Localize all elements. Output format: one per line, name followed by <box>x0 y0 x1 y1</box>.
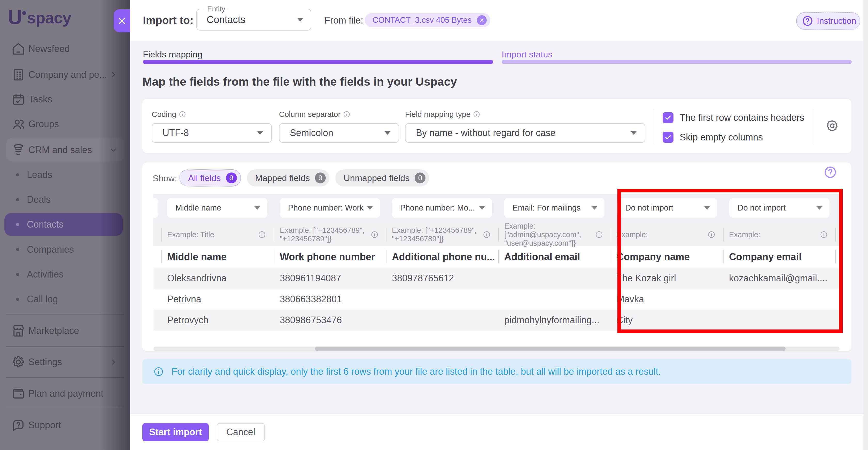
table-cell: 380961194087 <box>280 268 341 289</box>
help-icon[interactable] <box>824 166 837 179</box>
tab-fields-mapping[interactable]: Fields mapping <box>143 49 203 59</box>
file-chip[interactable]: CONTACT_3.csv 405 Bytes <box>365 13 490 27</box>
filter-chip-mapped-fields[interactable]: Mapped fields 9 <box>247 169 330 187</box>
skip-empty-columns-checkbox[interactable]: Skip empty columns <box>663 132 763 143</box>
table-cell: The Kozak girl <box>617 268 676 289</box>
chip-count-badge: 0 <box>414 172 426 184</box>
bullet-icon <box>16 273 19 276</box>
column-header: Company email <box>729 246 802 268</box>
sidebar-item-label: Companies <box>27 244 74 255</box>
chevron-down-icon <box>297 18 303 22</box>
instruction-button[interactable]: Instruction <box>796 12 860 30</box>
sidebar-item-label: Leads <box>27 169 52 180</box>
column-field-select[interactable]: Do not import <box>617 198 717 218</box>
page-scrollbar-gutter[interactable] <box>863 0 868 450</box>
column-field-select[interactable]: Phone number: Work <box>280 198 380 218</box>
column-divider <box>274 250 274 263</box>
column-field-select[interactable]: Email: For mailings <box>504 198 604 218</box>
bullet-icon <box>16 223 19 226</box>
example-cell: Example: ["admin@uspacy.com", "user@uspa… <box>504 223 584 246</box>
close-icon <box>117 16 127 26</box>
info-banner: For clarity and quick display, only the … <box>142 359 851 384</box>
column-select-partial <box>153 198 158 218</box>
info-icon <box>153 366 164 377</box>
column-field-select[interactable]: Phone number: Mo... <box>392 198 492 218</box>
info-icon <box>473 111 480 118</box>
entity-select[interactable]: Entity Contacts <box>196 9 311 30</box>
sidebar-item-label: Activities <box>27 269 64 280</box>
sidebar-item-label: CRM and sales <box>28 145 92 156</box>
uspacy-logo[interactable]: U spacy <box>8 6 71 26</box>
sidebar: U spacy Newsfeed Company and pe... Tasks… <box>0 0 130 450</box>
logo-letter: U <box>8 8 22 26</box>
field-mapping-type-select[interactable]: By name - without regard for case <box>405 123 645 143</box>
sidebar-item-label: Deals <box>27 194 51 205</box>
chip-label: Mapped fields <box>255 173 310 183</box>
column-separator-select-value: Semicolon <box>290 123 333 142</box>
import-settings-gear-icon[interactable] <box>826 119 839 132</box>
column-divider <box>274 228 274 242</box>
column-field-select[interactable]: Do not import <box>729 198 830 218</box>
checkbox-label: The first row contains headers <box>680 112 804 123</box>
column-divider <box>835 250 836 263</box>
sidebar-item-label: Company and pe... <box>28 69 107 80</box>
table-cell: 380978765612 <box>392 268 454 289</box>
section-heading: Map the fields from the file with the fi… <box>142 75 457 88</box>
column-divider <box>498 250 499 263</box>
horizontal-scrollbar-thumb[interactable] <box>315 346 785 351</box>
cancel-button[interactable]: Cancel <box>217 423 265 441</box>
remove-file-button[interactable] <box>477 15 487 25</box>
info-icon <box>179 111 186 118</box>
crm-funnel-icon <box>11 143 25 157</box>
sidebar-item-label: Groups <box>28 119 59 130</box>
chevron-down-icon <box>385 131 390 135</box>
wallet-icon <box>11 387 25 401</box>
column-divider <box>835 228 836 242</box>
coding-label: Coding <box>152 110 186 119</box>
column-divider <box>386 250 386 263</box>
checkbox-checked-icon <box>663 132 674 143</box>
chip-label: Unmapped fields <box>344 173 409 183</box>
help-bubble-icon <box>11 418 25 432</box>
column-divider <box>611 250 611 263</box>
column-field-select[interactable]: Middle name <box>167 198 268 218</box>
example-cell: Example: <box>617 223 703 246</box>
filter-chip-all-fields[interactable]: All fields 9 <box>179 169 241 187</box>
info-icon <box>258 231 266 238</box>
table-cell: kozachkamail@gmail.... <box>729 268 828 289</box>
show-label: Show: <box>153 173 177 184</box>
import-modal: Import to: Entity Contacts From file: CO… <box>130 0 868 450</box>
column-header: Company name <box>617 246 690 268</box>
column-divider <box>498 228 499 242</box>
column-divider <box>161 250 162 263</box>
chip-count-badge: 9 <box>315 172 326 184</box>
logo-text: spacy <box>27 9 71 26</box>
first-row-headers-checkbox[interactable]: The first row contains headers <box>663 112 804 123</box>
store-icon <box>11 324 25 338</box>
example-cell: Example: ["+123456789", "+123456789"]} <box>280 223 366 246</box>
start-import-button[interactable]: Start import <box>142 423 209 441</box>
uspacy-import-screen: U spacy Newsfeed Company and pe... Tasks… <box>0 0 868 450</box>
chevron-down-icon <box>254 206 260 210</box>
checkbox-label: Skip empty columns <box>680 132 763 143</box>
info-icon <box>371 231 378 238</box>
sidebar-item-label: Support <box>28 420 61 430</box>
sidebar-item-label: Call log <box>27 294 58 305</box>
coding-select[interactable]: UTF-8 <box>152 123 272 143</box>
chip-count-badge: 9 <box>226 172 237 184</box>
coding-select-value: UTF-8 <box>162 123 189 142</box>
sidebar-item-label: Contacts <box>27 219 64 230</box>
chevron-down-icon <box>704 206 710 210</box>
filter-chip-unmapped-fields[interactable]: Unmapped fields 0 <box>335 169 429 187</box>
close-button[interactable] <box>114 9 130 32</box>
info-banner-text: For clarity and quick display, only the … <box>172 366 661 377</box>
divider <box>814 109 814 143</box>
table-cell: Mavka <box>617 289 644 310</box>
sidebar-item-label: Newsfeed <box>28 44 70 54</box>
example-cell: Example: ["+123456789", "+123456789"]} <box>392 223 478 246</box>
tab-import-status[interactable]: Import status <box>502 49 553 59</box>
chevron-down-icon <box>257 131 263 135</box>
column-separator-select[interactable]: Semicolon <box>279 123 399 143</box>
bullet-icon <box>16 198 19 201</box>
column-header: Additional phone nu... <box>392 246 495 268</box>
